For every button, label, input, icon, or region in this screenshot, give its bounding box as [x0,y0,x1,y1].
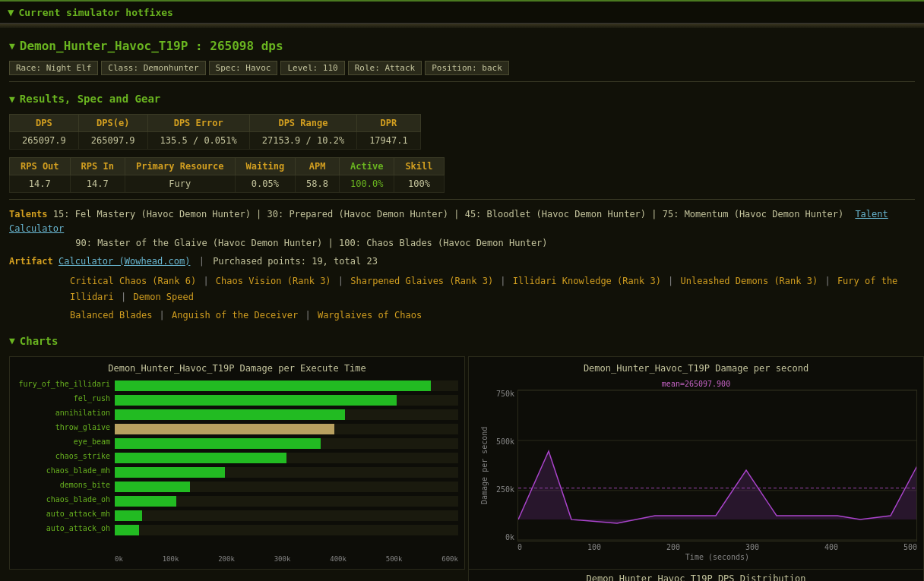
sep5: | [819,276,836,286]
bar-label-throw_glaive: throw_glaive [16,423,113,431]
bar-row-chaos_blade_mh: chaos_blade_mh [115,466,458,478]
bar-label-chaos_strike: chaos_strike [16,452,113,460]
bar-row-annihilation: annihilation [115,409,458,421]
dpr-value: 17947.1 [357,132,421,150]
bar-chart-title: Demon_Hunter_Havoc_T19P Damage per Execu… [16,363,458,374]
dpr-header: DPR [357,115,421,132]
bar-row-fel_rush: fel_rush [115,394,458,406]
bar-fill-auto_attack_oh [115,525,139,535]
sep1: | [198,276,214,286]
trait-sharpened-glaives[interactable]: Sharpened Glaives (Rank 3) [350,276,493,286]
charts-section-title: ▼ Charts [9,330,915,350]
bar-label-annihilation: annihilation [16,409,113,417]
bar-fill-throw_glaive [115,424,334,434]
resource-section: RPS Out RPS In Primary Resource Waiting … [9,157,915,193]
bar-row-chaos_blade_oh: chaos_blade_oh [115,495,458,507]
artifact-purchased: Purchased points: 19, total 23 [213,256,378,267]
bar-row-demons_bite: demons_bite [115,481,458,493]
bar-fill-chaos_blade_mh [115,467,225,478]
waiting-value: 0.05% [235,175,296,193]
trait-anguish-deceiver[interactable]: Anguish of the Deceiver [172,310,298,320]
bar-fill-auto_attack_mh [115,510,142,521]
sep6: | [115,292,132,302]
stats-table: DPS DPS(e) DPS Error DPS Range DPR 26509… [9,114,421,150]
bar-chart: fury_of_the_illidarifel_rushannihilation… [16,380,458,554]
hotfixes-bar: ▼ Current simulator hotfixes [0,0,924,24]
charts-section: ▼ Charts Demon_Hunter_Havoc_T19P Damage … [9,330,915,581]
position-pill: Position: back [425,61,509,75]
character-title: Demon_Hunter_Havoc_T19P : 265098 dps [20,39,283,53]
sep4: | [663,276,679,286]
bar-label-auto_attack_oh: auto_attack_oh [16,524,113,532]
apm-header: APM [296,158,340,175]
bar-label-fel_rush: fel_rush [16,394,113,403]
rps-in-header: RPS In [70,158,125,175]
bar-chart-x-axis: 0k 100k 200k 300k 400k 500k 600k [115,555,458,563]
bar-bg-auto_attack_oh [115,525,458,535]
rps-out-value: 14.7 [10,175,71,193]
bar-bg-chaos_strike [115,453,458,463]
x-axis-label: Time (seconds) [517,553,917,561]
trait-chaos-vision[interactable]: Chaos Vision (Rank 3) [216,276,331,286]
dps-dist-title: Demon_Hunter_Havoc_T19P DPS Distribution [475,573,917,581]
sep7: | [153,310,170,320]
y-axis-label: Damage per second [475,390,490,542]
stats-section: DPS DPS(e) DPS Error DPS Range DPR 26509… [9,114,915,150]
trait-balanced-blades[interactable]: Balanced Blades [70,310,152,320]
artifact-traits-row2: Balanced Blades | Anguish of the Deceive… [70,308,915,324]
apm-value: 58.8 [296,175,340,193]
bar-fill-demons_bite [115,482,190,492]
dpse-value: 265097.9 [78,132,147,150]
results-title: Results, Spec and Gear [20,93,160,105]
bar-row-auto_attack_oh: auto_attack_oh [115,524,458,536]
skill-value: 100% [394,175,444,193]
talents-label: Talents [9,209,48,219]
waiting-header: Waiting [235,158,296,175]
talents-section: Talents 15: Fel Mastery (Havoc Demon Hun… [9,207,915,251]
dps-range-value: 27153.9 / 10.2% [249,132,356,150]
bar-fill-eye_beam [115,438,321,449]
mean-label: mean=265097.900 [475,380,917,388]
x-axis-ticks: 0 100 200 300 400 500 [517,543,917,551]
primary-resource-header: Primary Resource [125,158,235,175]
bar-row-chaos_strike: chaos_strike [115,452,458,464]
bar-bg-fel_rush [115,395,458,406]
spec-pill: Spec: Havoc [209,61,278,75]
line-chart-title: Demon_Hunter_Havoc_T19P Damage per secon… [475,363,917,374]
sep8: | [299,310,316,320]
sep2: | [333,276,350,286]
trait-unleashed-demons[interactable]: Unleashed Demons (Rank 3) [681,276,818,286]
y-axis-ticks: 750k 500k 250k 0k [490,390,517,542]
char-triangle-icon: ▼ [9,40,15,52]
character-info-bar: Race: Night Elf Class: Demonhunter Spec:… [9,61,915,75]
trait-illidari-knowledge[interactable]: Illidari Knowledge (Rank 3) [513,276,661,286]
dps-value: 265097.9 [10,132,79,150]
trait-critical-chaos[interactable]: Critical Chaos (Rank 6) [70,276,196,286]
artifact-label: Artifact [9,256,53,267]
trait-demon-speed[interactable]: Demon Speed [133,292,193,302]
trait-warglaives-chaos[interactable]: Warglaives of Chaos [318,310,422,320]
bar-label-demons_bite: demons_bite [16,481,113,489]
bar-row-eye_beam: eye_beam [115,437,458,450]
active-value: 100.0% [340,175,394,193]
charts-label: Charts [20,335,59,347]
rps-in-value: 14.7 [70,175,125,193]
hotfixes-label: Current simulator hotfixes [18,7,173,18]
bar-fill-fel_rush [115,395,397,406]
bar-label-auto_attack_mh: auto_attack_mh [16,510,113,518]
bar-bg-fury_of_the_illidari [115,380,458,391]
bar-chart-box: Demon_Hunter_Havoc_T19P Damage per Execu… [9,356,465,570]
artifact-section: Artifact Calculator (Wowhead.com) | Purc… [9,254,915,269]
bar-bg-throw_glaive [115,424,458,434]
artifact-separator: | [199,256,204,267]
bar-label-eye_beam: eye_beam [16,437,113,446]
role-pill: Role: Attack [348,61,422,75]
bar-label-chaos_blade_mh: chaos_blade_mh [16,466,113,475]
bar-fill-chaos_strike [115,453,286,463]
dpse-header: DPS(e) [78,115,147,132]
class-pill: Class: Demonhunter [101,61,205,75]
artifact-calculator-link[interactable]: Calculator (Wowhead.com) [59,256,190,267]
bar-row-throw_glaive: throw_glaive [115,423,458,435]
primary-resource-value: Fury [125,175,235,193]
bar-bg-auto_attack_mh [115,510,458,521]
